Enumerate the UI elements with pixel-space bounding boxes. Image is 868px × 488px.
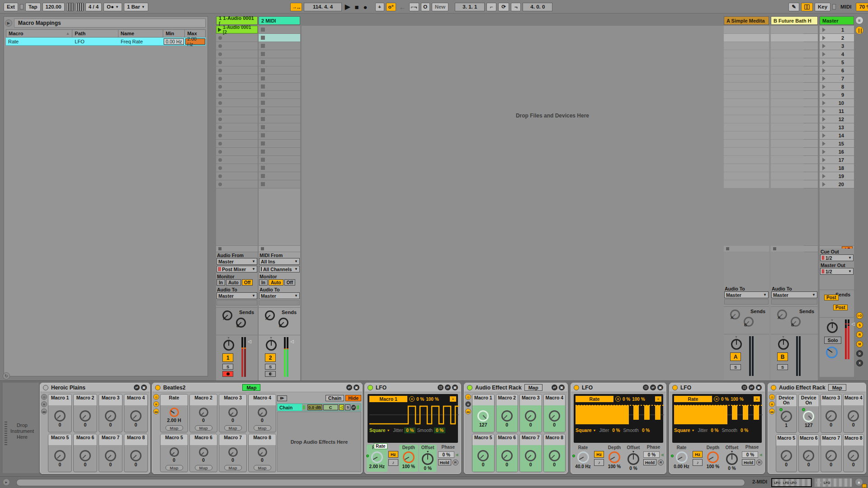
chain-row[interactable]: Chain 0.0 dB C ◁ S ⇄ [277, 404, 361, 411]
clip-slot[interactable] [216, 140, 258, 147]
send-a-pre-post-toggle[interactable]: Post [824, 295, 839, 300]
save-preset-icon[interactable]: ▣ [756, 385, 762, 390]
device-on-toggle[interactable] [771, 385, 776, 390]
scene-play-icon[interactable] [822, 117, 826, 122]
solo-cue-button[interactable]: Solo [824, 337, 841, 344]
macro-control[interactable]: Macro 8 0 [124, 434, 148, 472]
clip-slot[interactable] [216, 156, 258, 164]
macro-knob[interactable] [105, 450, 116, 461]
unmap-icon[interactable]: ✕ [615, 396, 621, 402]
depth-value[interactable]: 100 % [608, 464, 621, 469]
lfo-menu-icon[interactable]: ≡ [754, 396, 760, 402]
map-min-value[interactable]: 0 % [721, 397, 729, 402]
macro-control[interactable]: Macro 7 0 [519, 434, 542, 472]
macro-knob[interactable] [781, 411, 792, 422]
overview-toggle-button[interactable]: ≡ [855, 16, 863, 24]
monitor-auto-button[interactable]: Auto [226, 279, 241, 286]
macro-view-toggle[interactable]: ◎ [465, 394, 471, 400]
draw-pencil-button[interactable]: ✎ [788, 3, 799, 11]
smooth-value[interactable]: 0 % [640, 427, 651, 433]
scene-play-icon[interactable] [822, 150, 826, 154]
output-routing-dropdown[interactable]: Master▼ [217, 292, 257, 299]
macro-map-mode-button[interactable]: Map [242, 384, 260, 391]
input-routing-dropdown[interactable]: Master▼ [217, 258, 257, 265]
clip-slot[interactable] [259, 99, 300, 107]
lfo-menu-icon[interactable]: ≡ [655, 396, 661, 402]
map-min-value[interactable]: 0 % [416, 397, 424, 402]
offset-knob[interactable] [726, 453, 738, 465]
output-peak-marker[interactable]: ◁ [290, 339, 294, 344]
macro-map-button[interactable]: Map [165, 465, 183, 470]
rate-value[interactable]: 2.00 Hz [369, 464, 385, 469]
overdub-plus-button[interactable]: + [375, 3, 384, 11]
macro-knob[interactable] [54, 450, 66, 461]
hz-mode-button[interactable]: Hz [693, 451, 703, 458]
macro-knob[interactable] [781, 450, 792, 461]
scene[interactable]: 11 [820, 107, 854, 115]
audio-clip[interactable]: 1-Audio 0001 [2 [216, 26, 258, 33]
clip-slot[interactable] [216, 107, 258, 115]
chain-mute-button[interactable]: ◁ [339, 404, 344, 410]
sync-mode-button[interactable]: ♪ [693, 459, 703, 466]
phase-slider-icon[interactable]: ◀ [660, 453, 663, 457]
scene[interactable]: 17 [820, 156, 854, 164]
macro-knob[interactable] [105, 410, 116, 422]
clip-slot[interactable] [259, 172, 300, 180]
output-peak-marker[interactable]: ◁ [248, 339, 251, 344]
scene[interactable]: 3 [820, 42, 854, 50]
session-overdub-button[interactable]: o° [386, 3, 396, 11]
pan-knob[interactable] [223, 340, 234, 351]
quantization-menu[interactable]: 1 Bar▼ [124, 3, 148, 11]
macro-knob[interactable] [170, 408, 179, 417]
send-b-knob[interactable]: B [744, 317, 754, 327]
scene[interactable]: 10 [820, 99, 854, 107]
solo-button[interactable]: S [265, 364, 276, 370]
arm-button[interactable] [222, 371, 233, 377]
clip-slot[interactable] [259, 131, 300, 139]
column-header-macro[interactable]: Macro▲ [6, 29, 72, 38]
back-to-arrangement-icon[interactable]: ← [398, 3, 407, 11]
scene-play-icon[interactable] [822, 36, 826, 40]
macro-knob[interactable] [80, 410, 91, 422]
macro-knob[interactable] [170, 447, 179, 457]
column-header-name[interactable]: Name [118, 29, 164, 38]
hz-mode-button[interactable]: Hz [594, 451, 604, 458]
offset-knob[interactable] [627, 453, 639, 465]
mapping-row[interactable]: Rate LFO Freq Rate 0.00 Hz 2.00 Hz [6, 38, 206, 46]
map-target-button[interactable]: Rate [576, 396, 613, 402]
phase-value[interactable]: 0 % [742, 451, 758, 458]
track-header-audio[interactable]: 1 1-Audio 0001 [ [216, 16, 258, 25]
clip-slot[interactable] [216, 83, 258, 90]
loop-button[interactable]: ⟳ [498, 3, 509, 11]
automation-re-enable-button[interactable]: O [421, 3, 430, 11]
pan-knob[interactable] [827, 322, 838, 333]
solo-button[interactable]: S [222, 364, 233, 370]
send-b-knob[interactable]: B [278, 318, 288, 328]
scene-play-icon[interactable] [822, 101, 826, 105]
monitor-in-button[interactable]: In [217, 279, 225, 286]
scene-play-icon[interactable] [822, 84, 826, 89]
macro-control[interactable]: Macro 5 0 [776, 434, 797, 472]
macro-control[interactable]: Macro 6 0 [73, 434, 97, 472]
macro-knob[interactable] [477, 410, 489, 422]
macro-knob[interactable] [130, 410, 142, 422]
record-button[interactable]: ● [362, 3, 369, 11]
offset-value[interactable]: 0 % [728, 466, 736, 471]
scene[interactable]: 9 [820, 91, 854, 99]
clip-slot[interactable] [259, 26, 300, 33]
rate-value[interactable]: 40.0 Hz [575, 464, 590, 469]
column-header-min[interactable]: Min [163, 29, 185, 38]
scene[interactable]: 13 [820, 123, 854, 131]
send-a-knob[interactable]: A [730, 310, 740, 319]
macro-control[interactable]: Macro 1 127 [472, 394, 495, 432]
macro-control[interactable]: Macro 7 0 [821, 434, 842, 472]
macro-control[interactable]: Macro 2 0 [496, 394, 519, 432]
clip-slot[interactable] [216, 131, 258, 139]
output-peak-marker[interactable]: ◁ [851, 321, 855, 326]
track-activator[interactable]: 2 [265, 353, 276, 362]
metronome-button[interactable]: O●▼ [104, 3, 122, 11]
clip-slot[interactable] [259, 42, 300, 50]
device-title-bar[interactable]: LFO ⊡⇄▣ [365, 383, 461, 392]
clip-slot[interactable] [216, 91, 258, 99]
clip-slot[interactable] [259, 180, 300, 188]
